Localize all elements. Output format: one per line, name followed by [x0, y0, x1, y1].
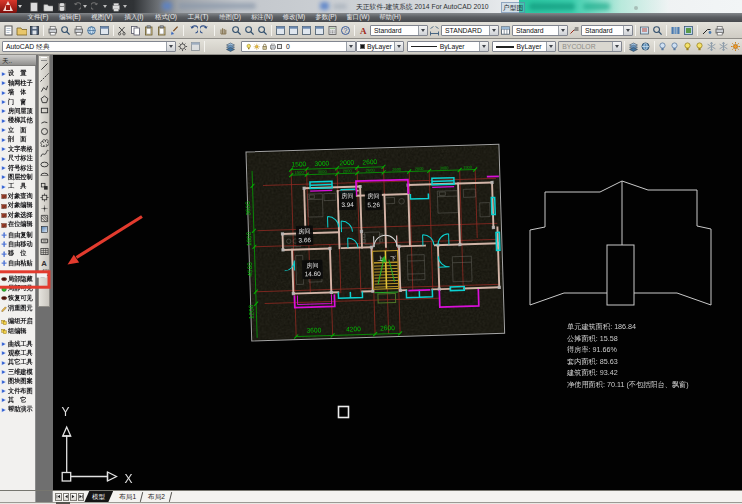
sidebar-item-房间屋顶[interactable]: 房间屋顶 — [0, 107, 36, 116]
insert-field-icon[interactable] — [638, 24, 651, 37]
sidebar-item-观察工具[interactable]: 观察工具 — [0, 349, 36, 358]
sidebar-item-自由粘贴[interactable]: 自由粘贴 — [0, 259, 36, 268]
zoom-window-icon[interactable] — [243, 24, 256, 37]
mleader-style-icon[interactable] — [568, 24, 581, 37]
layer-manager-icon[interactable] — [224, 40, 237, 53]
open-icon[interactable] — [42, 1, 53, 12]
sidebar-item-文件布图[interactable]: 文件布图 — [0, 386, 36, 395]
bulb-hand-icon[interactable] — [693, 40, 705, 53]
ellipse-arc-icon[interactable] — [39, 170, 49, 181]
prev-tab-icon[interactable] — [63, 493, 70, 502]
table-icon[interactable] — [39, 246, 49, 257]
polyline-icon[interactable] — [39, 83, 49, 94]
plot-preview-icon[interactable] — [59, 24, 72, 37]
first-tab-icon[interactable] — [55, 493, 62, 502]
sidebar-item-剖面[interactable]: 剖 面 — [0, 135, 36, 144]
sidebar-item-其它[interactable]: 其 它 — [0, 396, 36, 405]
cut-icon[interactable] — [116, 24, 129, 37]
sidebar-item-对象查询[interactable]: 对象查询 — [0, 192, 36, 201]
preview-icon[interactable] — [651, 24, 664, 37]
sidebar-item-移位[interactable]: 移 位 — [0, 249, 36, 258]
publish-icon[interactable] — [72, 24, 85, 37]
workspace-gear-icon[interactable] — [176, 40, 189, 53]
autocad-logo-icon[interactable] — [0, 0, 17, 13]
mleader-style-combo[interactable]: Standard — [581, 25, 633, 36]
plot2-icon[interactable] — [713, 24, 726, 37]
bulb-page-icon[interactable] — [669, 40, 681, 53]
menu-10[interactable]: 参数(P) — [310, 13, 342, 22]
logo-caret-icon[interactable] — [18, 5, 22, 8]
bulb-yellow-icon[interactable] — [681, 40, 693, 53]
sidebar-item-编组开启[interactable]: 编组开启 — [0, 317, 36, 326]
sidebar-item-自由复制[interactable]: 自由复制 — [0, 230, 36, 239]
tarch-sphere-icon[interactable] — [640, 40, 652, 53]
construction-line-icon[interactable] — [39, 72, 49, 83]
line-icon[interactable] — [39, 61, 49, 72]
linetype-combo[interactable]: ByLayer — [407, 41, 489, 52]
polygon-icon[interactable] — [39, 94, 49, 105]
3ddwf-icon[interactable] — [85, 24, 98, 37]
text-style-icon[interactable] — [357, 24, 370, 37]
arc-icon[interactable] — [39, 115, 49, 126]
table-style-combo[interactable]: Standard — [512, 25, 568, 36]
menu-3[interactable]: 视图(V) — [86, 13, 118, 22]
menu-6[interactable]: 工具(T) — [182, 13, 214, 22]
new-file-icon[interactable] — [2, 24, 15, 37]
insert-block-icon[interactable] — [39, 181, 49, 192]
undo-icon[interactable] — [70, 1, 81, 12]
viewport-icon[interactable] — [682, 24, 695, 37]
sidebar-item-曲线工具[interactable]: 曲线工具 — [0, 339, 36, 348]
open-icon[interactable] — [15, 24, 28, 37]
plotstyle-combo[interactable]: BYCOLOR — [558, 41, 622, 52]
menu-2[interactable]: 编辑(E) — [54, 13, 86, 22]
sidebar-item-自由移动[interactable]: 自由移动 — [0, 240, 36, 249]
new-file-icon[interactable] — [28, 1, 39, 12]
circle-icon[interactable] — [39, 126, 49, 137]
dim-style-combo[interactable]: STANDARD — [441, 25, 499, 36]
sidebar-item-消重图元[interactable]: 消重图元 — [0, 304, 36, 313]
sidebar-item-工具[interactable]: 工 具 — [0, 182, 36, 191]
scale-icon[interactable] — [39, 268, 49, 279]
sidebar-item-对象编辑[interactable]: 对象编辑 — [0, 201, 36, 210]
tool-palettes-icon[interactable] — [300, 24, 313, 37]
gradient-icon[interactable] — [39, 224, 49, 235]
sun-icon[interactable] — [253, 42, 261, 51]
bulb-blue-icon[interactable] — [657, 40, 669, 53]
menu-8[interactable]: 标注(N) — [246, 13, 278, 22]
ellipse-icon[interactable] — [39, 159, 49, 170]
next-tab-icon[interactable] — [70, 493, 77, 502]
make-block-icon[interactable] — [39, 192, 49, 203]
sidebar-item-立面[interactable]: 立 面 — [0, 126, 36, 135]
palette-header[interactable]: 天.. — [0, 55, 36, 66]
designcenter-icon[interactable] — [287, 24, 300, 37]
drawing-canvas[interactable] — [53, 55, 742, 490]
sidebar-item-恢复可见[interactable]: 恢复可见 — [0, 293, 36, 302]
sidebar-item-局部可见[interactable]: 局部可见 — [0, 284, 36, 293]
menu-12[interactable]: 帮助(H) — [374, 13, 406, 22]
save-icon[interactable] — [28, 24, 41, 37]
zoom-previous-icon[interactable] — [256, 24, 269, 37]
bulb-on-icon[interactable] — [245, 42, 253, 51]
color-combo[interactable]: ByLayer — [356, 41, 404, 52]
sun-orange-icon[interactable] — [730, 40, 742, 53]
copy-icon[interactable] — [129, 24, 142, 37]
text-style-combo[interactable]: Standard — [370, 25, 428, 36]
sidebar-item-组编辑[interactable]: 组编辑 — [0, 327, 36, 336]
paste-special-icon[interactable] — [155, 24, 168, 37]
workspace-combo[interactable]: AutoCAD 经典 — [2, 41, 176, 52]
sidebar-item-局部隐藏[interactable]: 局部隐藏 — [0, 275, 36, 284]
plot-icon-caret[interactable] — [123, 5, 127, 8]
match-properties-icon[interactable] — [168, 24, 181, 37]
sidebar-item-符号标注[interactable]: 符号标注 — [0, 163, 36, 172]
point-icon[interactable] — [39, 203, 49, 214]
zoom-realtime-icon[interactable] — [230, 24, 243, 37]
sidebar-item-图层控制[interactable]: 图层控制 — [0, 173, 36, 182]
mtext-icon[interactable] — [39, 257, 49, 268]
menu-7[interactable]: 绘图(D) — [214, 13, 246, 22]
sidebar-item-在位编辑[interactable]: 在位编辑 — [0, 220, 36, 229]
lock-open-icon[interactable] — [261, 42, 269, 51]
printer-small-icon[interactable] — [269, 42, 277, 51]
table-style-icon[interactable] — [499, 24, 512, 37]
sidebar-item-三维建模[interactable]: 三维建模 — [0, 368, 36, 377]
rectangle-icon[interactable] — [39, 105, 49, 116]
